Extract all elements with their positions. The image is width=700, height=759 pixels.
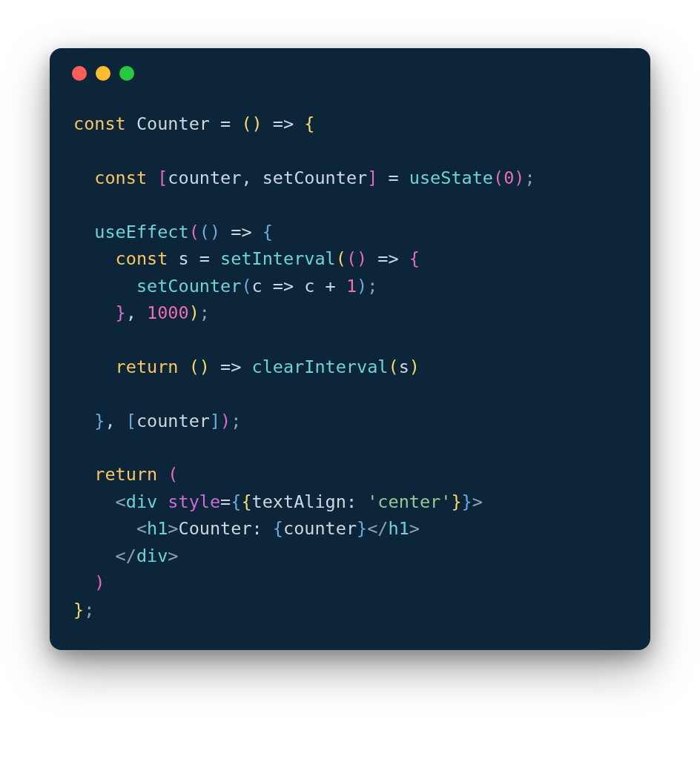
jsx-tag: div [126,491,157,512]
operator: = [377,168,409,188]
maximize-icon[interactable] [119,66,134,81]
jsx-attribute: style [168,491,220,512]
paren: ) [514,168,524,188]
function-call: setCounter [136,276,241,296]
identifier: counter [136,411,210,431]
paren: ( [189,222,199,242]
keyword-return: return [94,464,157,485]
space [157,491,168,512]
comma: , [105,411,125,431]
arrow: => [262,113,305,134]
code-window: const Counter = () => { const [counter, … [50,48,650,650]
brace: } [357,518,367,539]
indent [73,546,116,566]
minimize-icon[interactable] [96,66,110,81]
text: Counter: [179,518,273,539]
angle-bracket: > [168,518,178,539]
brace: { [262,222,273,242]
keyword-return: return [116,357,179,377]
paren: () [346,248,367,269]
brace: { [241,491,251,512]
expression: c + [304,276,346,296]
jsx-tag: div [136,546,168,566]
operator: = [199,248,220,269]
param: c [252,276,273,296]
close-icon[interactable] [72,66,87,81]
indent [73,491,116,512]
angle-bracket: > [409,518,420,539]
semicolon: ; [367,276,377,296]
paren: ) [409,357,420,377]
space [157,464,168,485]
indent [73,168,94,188]
jsx-tag: h1 [389,518,409,539]
angle-bracket: > [472,491,483,512]
indent [73,572,94,593]
space [178,357,188,377]
function-call: clearInterval [252,357,389,377]
operator: = [220,113,241,134]
number: 1000 [147,302,189,323]
paren: ( [168,464,178,485]
paren: () [199,222,220,242]
identifier: s [168,248,199,269]
angle-bracket: < [116,491,126,512]
brace: } [462,491,472,512]
string: 'center' [367,491,451,512]
function-call: useState [409,168,493,188]
keyword-const: const [94,168,147,188]
angle-bracket: < [136,518,147,539]
bracket: ] [210,411,220,431]
function-call: setInterval [220,248,336,269]
bracket: ] [367,168,377,188]
indent [73,302,116,323]
angle-bracket: </ [367,518,388,539]
angle-bracket: </ [116,546,136,566]
brace: { [273,518,283,539]
brace: } [73,600,84,620]
arrow: => [210,357,252,377]
arrow: => [220,222,262,242]
number: 1 [346,276,357,296]
indent [73,276,136,296]
semicolon: ; [524,168,535,188]
paren: ) [94,572,105,593]
indent [73,357,116,377]
angle-bracket: > [168,546,178,566]
window-controls [72,66,627,81]
indent [73,222,94,242]
brace: { [409,248,420,269]
brace: { [304,113,314,134]
comma: , [126,302,147,323]
semicolon: ; [199,302,210,323]
number: 0 [503,168,514,188]
paren: () [241,113,262,134]
semicolon: ; [231,411,241,431]
paren: () [189,357,210,377]
identifier: counter [283,518,357,539]
bracket: [ [157,168,168,188]
jsx-tag: h1 [147,518,168,539]
brace: } [94,411,105,431]
paren: ( [336,248,346,269]
keyword-const: const [73,113,126,134]
identifiers: counter, setCounter [168,168,367,188]
paren: ) [357,276,367,296]
paren: ) [220,411,231,431]
equals: = [220,491,231,512]
arrow: => [367,248,409,269]
indent [73,518,136,539]
bracket: [ [126,411,136,431]
arrow: => [273,276,304,296]
brace: { [231,491,241,512]
property: textAlign: [252,491,368,512]
keyword-const: const [116,248,168,269]
indent [73,248,116,269]
paren: ) [189,302,199,323]
indent [73,464,94,485]
identifier: Counter [126,113,220,134]
space [147,168,157,188]
paren: ( [493,168,503,188]
paren: ( [241,276,251,296]
paren: ( [388,357,398,377]
